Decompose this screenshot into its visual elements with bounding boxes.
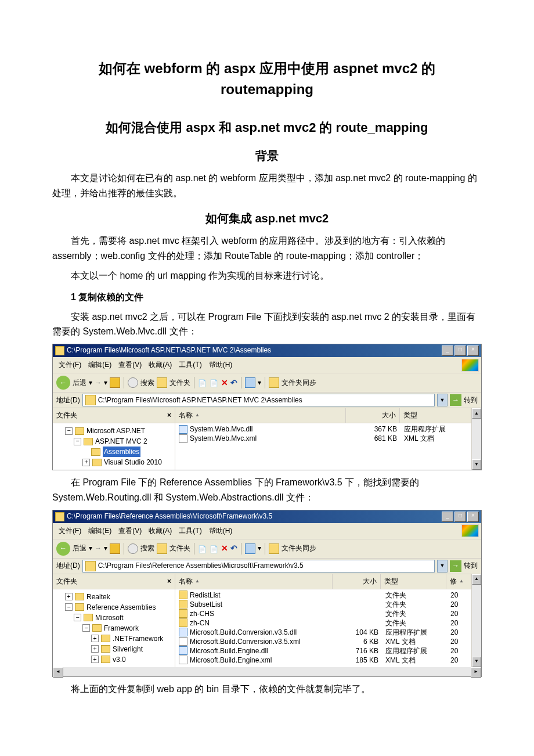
tree-node[interactable]: +Realtek bbox=[56, 592, 171, 602]
titlebar[interactable]: C:\Program Files\Reference Assemblies\Mi… bbox=[53, 510, 481, 523]
back-dropdown-icon[interactable]: ▾ bbox=[89, 377, 92, 388]
scroll-up-icon[interactable]: ▲ bbox=[472, 574, 481, 585]
menu-favorites[interactable]: 收藏(A) bbox=[145, 358, 175, 372]
minimize-button[interactable]: _ bbox=[442, 345, 453, 356]
views-icon[interactable] bbox=[245, 377, 255, 388]
window-title: C:\Program Files\Microsoft ASP.NET\ASP.N… bbox=[67, 345, 442, 356]
up-icon[interactable] bbox=[110, 377, 120, 388]
explorer-window-1: C:\Program Files\Microsoft ASP.NET\ASP.N… bbox=[52, 344, 482, 470]
scroll-down-icon[interactable]: ▼ bbox=[472, 459, 481, 470]
delete-icon[interactable]: ✕ bbox=[221, 542, 228, 555]
address-input[interactable]: C:\Program Files\Reference Assemblies\Mi… bbox=[82, 560, 435, 573]
file-row[interactable]: zh-CHS文件夹20 bbox=[175, 609, 471, 618]
menu-help[interactable]: 帮助(H) bbox=[205, 524, 236, 538]
file-list-pane: 名称 大小 类型 修 RedistList文件夹20SubsetList文件夹2… bbox=[175, 574, 471, 667]
file-row[interactable]: Microsoft.Build.Engine.dll716 KB应用程序扩展20 bbox=[175, 646, 471, 656]
scroll-down-icon[interactable]: ▼ bbox=[472, 657, 481, 667]
menu-edit[interactable]: 编辑(E) bbox=[85, 524, 115, 538]
tree-node[interactable]: +Silverlight bbox=[56, 644, 171, 654]
menu-favorites[interactable]: 收藏(A) bbox=[145, 524, 175, 538]
file-row[interactable]: Microsoft.Build.Engine.xml185 KBXML 文档20 bbox=[175, 656, 471, 665]
forward-button[interactable]: → bbox=[95, 377, 102, 388]
menu-tools[interactable]: 工具(T) bbox=[175, 524, 205, 538]
move-icon[interactable]: 📄 bbox=[198, 544, 207, 553]
menu-tools[interactable]: 工具(T) bbox=[175, 358, 205, 372]
delete-icon[interactable]: ✕ bbox=[221, 376, 228, 389]
address-dropdown-icon[interactable]: ▼ bbox=[437, 394, 448, 406]
file-row[interactable]: RedistList文件夹20 bbox=[175, 591, 471, 600]
tree-node-selected[interactable]: Assemblies bbox=[56, 447, 171, 457]
forward-button[interactable]: → bbox=[95, 543, 102, 554]
copy-icon[interactable]: 📄 bbox=[210, 544, 219, 553]
folders-icon[interactable] bbox=[157, 543, 167, 554]
vertical-scrollbar[interactable]: ▲ ▼ bbox=[471, 574, 481, 667]
move-icon[interactable]: 📄 bbox=[198, 378, 207, 387]
undo-icon[interactable]: ↶ bbox=[230, 542, 237, 555]
horizontal-scrollbar[interactable]: ◄ ► bbox=[53, 667, 481, 676]
cell-name: System.Web.Mvc.xml bbox=[175, 434, 347, 443]
maximize-button[interactable]: □ bbox=[454, 512, 466, 522]
col-type[interactable]: 类型 bbox=[400, 408, 471, 423]
menu-view[interactable]: 查看(V) bbox=[115, 524, 145, 538]
address-dropdown-icon[interactable]: ▼ bbox=[437, 560, 448, 573]
sync-icon[interactable] bbox=[269, 543, 279, 554]
file-row[interactable]: Microsoft.Build.Conversion.v3.5.xml6 KBX… bbox=[175, 637, 471, 646]
scroll-right-icon[interactable]: ► bbox=[471, 667, 481, 678]
close-button[interactable]: × bbox=[467, 345, 479, 356]
forward-dropdown-icon[interactable]: ▾ bbox=[104, 377, 107, 388]
undo-icon[interactable]: ↶ bbox=[230, 376, 237, 389]
col-size[interactable]: 大小 bbox=[333, 574, 381, 589]
close-button[interactable]: × bbox=[467, 512, 479, 522]
back-button[interactable]: ← bbox=[56, 542, 70, 556]
go-button[interactable]: → bbox=[450, 394, 461, 406]
titlebar[interactable]: C:\Program Files\Microsoft ASP.NET\ASP.N… bbox=[53, 344, 481, 357]
tree-node[interactable]: +v3.0 bbox=[56, 654, 171, 665]
views-dropdown-icon[interactable]: ▾ bbox=[258, 543, 261, 554]
scroll-left-icon[interactable]: ◄ bbox=[53, 667, 63, 678]
tree-node[interactable]: −Microsoft ASP.NET bbox=[56, 426, 171, 436]
search-icon[interactable] bbox=[128, 377, 138, 388]
back-dropdown-icon[interactable]: ▾ bbox=[89, 543, 92, 554]
menu-edit[interactable]: 编辑(E) bbox=[85, 358, 115, 372]
col-type[interactable]: 类型 bbox=[381, 574, 446, 589]
forward-dropdown-icon[interactable]: ▾ bbox=[104, 543, 107, 554]
folders-icon[interactable] bbox=[157, 377, 167, 388]
up-icon[interactable] bbox=[110, 543, 120, 554]
vertical-scrollbar[interactable]: ▲ ▼ bbox=[471, 408, 481, 470]
tree-node[interactable]: +Visual Studio 2010 bbox=[56, 457, 171, 467]
separator bbox=[194, 377, 194, 388]
folder-tree[interactable]: +Realtek −Reference Assemblies −Microsof… bbox=[53, 589, 175, 667]
menu-view[interactable]: 查看(V) bbox=[115, 358, 145, 372]
search-icon[interactable] bbox=[128, 543, 138, 554]
file-row[interactable]: Microsoft.Build.Conversion.v3.5.dll104 K… bbox=[175, 628, 471, 637]
menu-help[interactable]: 帮助(H) bbox=[205, 358, 236, 372]
views-dropdown-icon[interactable]: ▾ bbox=[258, 377, 261, 388]
col-modified[interactable]: 修 bbox=[446, 574, 471, 589]
maximize-button[interactable]: □ bbox=[454, 345, 466, 356]
file-row[interactable]: SubsetList文件夹20 bbox=[175, 600, 471, 609]
minimize-button[interactable]: _ bbox=[442, 512, 453, 522]
copy-icon[interactable]: 📄 bbox=[210, 378, 219, 387]
col-name[interactable]: 名称 bbox=[175, 574, 333, 589]
tree-node[interactable]: −Framework bbox=[56, 623, 171, 633]
col-name[interactable]: 名称 bbox=[175, 408, 346, 423]
back-button[interactable]: ← bbox=[56, 376, 70, 390]
address-input[interactable]: C:\Program Files\Microsoft ASP.NET\ASP.N… bbox=[82, 394, 435, 406]
tree-node[interactable]: +.NETFramework bbox=[56, 633, 171, 644]
scroll-up-icon[interactable]: ▲ bbox=[472, 408, 481, 419]
file-row[interactable]: zh-CN文件夹20 bbox=[175, 618, 471, 628]
file-row[interactable]: System.Web.Mvc.xml681 KBXML 文档 bbox=[175, 434, 471, 443]
views-icon[interactable] bbox=[245, 543, 255, 554]
folders-pane-close-icon[interactable]: × bbox=[167, 410, 171, 421]
tree-node[interactable]: −Reference Assemblies bbox=[56, 602, 171, 613]
folders-pane-close-icon[interactable]: × bbox=[167, 576, 171, 587]
go-button[interactable]: → bbox=[450, 560, 461, 572]
sync-icon[interactable] bbox=[269, 377, 279, 388]
tree-node[interactable]: −ASP.NET MVC 2 bbox=[56, 436, 171, 447]
col-size[interactable]: 大小 bbox=[346, 408, 400, 423]
folder-tree[interactable]: −Microsoft ASP.NET −ASP.NET MVC 2 Assemb… bbox=[53, 423, 175, 470]
tree-node[interactable]: −Microsoft bbox=[56, 613, 171, 623]
file-row[interactable]: System.Web.Mvc.dll367 KB应用程序扩展 bbox=[175, 424, 471, 434]
menu-file[interactable]: 文件(F) bbox=[55, 524, 85, 538]
menu-file[interactable]: 文件(F) bbox=[55, 358, 85, 372]
